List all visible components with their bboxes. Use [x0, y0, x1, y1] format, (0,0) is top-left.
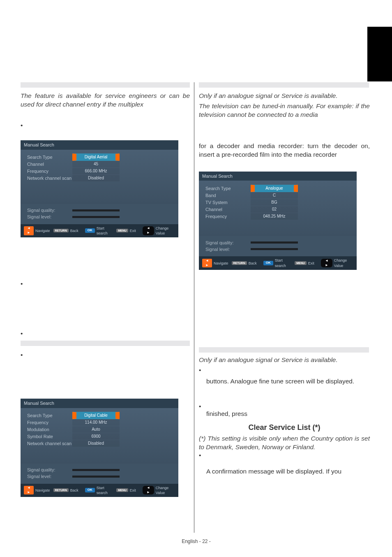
value: Digital Aerial [72, 153, 120, 161]
paragraph: A confirmation message will be displayed… [206, 467, 370, 476]
menu-icon: MENU [295, 261, 307, 265]
bullet [21, 330, 190, 338]
tv-title: Manual Search [21, 140, 178, 150]
value: Digital Cable [72, 412, 120, 419]
tv-title: Manual Search [21, 399, 178, 408]
label: Symbol Rate [27, 434, 72, 440]
menu-icon: MENU [116, 488, 128, 492]
tv-footer: ◄ ►Navigate RETURNBack OKStart search ME… [199, 256, 357, 269]
start-label: Start search [275, 258, 291, 268]
bullet [21, 351, 190, 360]
paragraph: finished, press [206, 410, 370, 418]
signal-level-bar [72, 216, 120, 218]
back-label: Back [70, 488, 78, 493]
label: Modulation [27, 427, 72, 433]
value: 6900 [72, 433, 120, 440]
paragraph: for a decoder and media recorder: turn t… [199, 142, 370, 159]
lr-icon: ◄ ► [143, 226, 154, 235]
bullet [199, 402, 370, 411]
signal-level-bar [251, 248, 298, 250]
value: Disabled [72, 175, 120, 181]
page-number: English - 22 - [21, 538, 372, 545]
nav-label: Navigate [35, 488, 50, 493]
right-column: Only if an analogue signal or Service is… [199, 82, 370, 476]
label: Frequency [27, 420, 72, 426]
heading-clear-service: Clear Service List (*) [199, 422, 370, 432]
start-label: Start search [97, 226, 113, 236]
ok-icon: OK [85, 228, 95, 233]
ok-icon: OK [263, 261, 273, 265]
bullet [199, 366, 370, 375]
bullet [21, 121, 190, 130]
signal-quality-bar [72, 209, 120, 211]
nav-icon: ◄ ► [24, 226, 34, 235]
back-icon: RETURN [232, 261, 247, 265]
tv-body: Search TypeAnalogue BandC TV SystemBG Ch… [199, 181, 357, 236]
exit-label: Exit [308, 261, 314, 266]
label: Frequency [205, 214, 251, 220]
value: Auto [72, 426, 120, 433]
label: Network channel scan [27, 441, 72, 447]
note-text: Only if an analogue signal or Service is… [199, 356, 370, 364]
label: Search Type [27, 154, 72, 160]
back-label: Back [249, 261, 257, 266]
tv-title: Manual Search [199, 172, 357, 181]
change-label: Change Value [156, 485, 175, 495]
tv-footer: ◄ ►Navigate RETURNBack OKStart search ME… [21, 484, 178, 497]
label: Channel [205, 207, 251, 213]
nav-icon: ◄ ► [24, 486, 34, 495]
exit-label: Exit [130, 228, 136, 233]
label: Search Type [27, 413, 72, 419]
label: Frequency [27, 168, 72, 174]
value: 45 [72, 161, 120, 167]
section-bar [199, 82, 369, 88]
paragraph: The television can be tuned-in manually.… [199, 102, 370, 119]
tv-body: Search TypeDigital Aerial Channel45 Freq… [21, 150, 178, 204]
value: 02 [251, 206, 298, 213]
section-bar [21, 82, 190, 88]
signal-quality-bar [251, 241, 298, 244]
label: Channel [27, 161, 72, 167]
left-column: The feature is available for service eng… [21, 82, 190, 500]
sig-q-label: Signal quality: [27, 207, 72, 214]
label: Band [205, 193, 251, 199]
value: 114.00 MHz [72, 419, 120, 426]
note-text: (*) This setting is visible only when th… [199, 434, 370, 452]
tv-screenshot-aerial: Manual Search Search TypeDigital Aerial … [21, 140, 178, 237]
lr-icon: ◄ ► [321, 259, 332, 268]
tv-footer: ◄ ►Navigate RETURNBack OKStart search ME… [21, 224, 178, 237]
label: Network channel scan [27, 175, 72, 181]
side-tab [367, 27, 392, 81]
note-text: The feature is available for service eng… [21, 92, 190, 109]
lr-icon: ◄ ► [143, 486, 154, 495]
exit-label: Exit [130, 488, 136, 493]
value: 048.25 MHz [251, 213, 298, 220]
sig-q-label: Signal quality: [205, 240, 251, 246]
back-icon: RETURN [53, 229, 69, 232]
bullet [21, 280, 190, 288]
bullet [199, 451, 370, 460]
sig-q-label: Signal quality: [27, 467, 72, 473]
ok-icon: OK [85, 488, 95, 492]
nav-icon: ◄ ► [202, 259, 212, 268]
value: C [251, 192, 298, 199]
sig-l-label: Signal level: [205, 246, 251, 253]
label: TV System [205, 200, 251, 206]
nav-label: Navigate [35, 228, 50, 233]
signal-level-bar [72, 476, 120, 478]
sig-l-label: Signal level: [27, 214, 72, 220]
paragraph: buttons. Analogue fine tune screen will … [206, 377, 370, 386]
start-label: Start search [97, 485, 113, 495]
nav-label: Navigate [214, 261, 228, 266]
tv-body: Search TypeDigital Cable Frequency114.00… [21, 408, 178, 464]
tv-screenshot-cable: Manual Search Search TypeDigital Cable F… [21, 399, 178, 497]
back-label: Back [70, 228, 78, 233]
tv-screenshot-analogue: Manual Search Search TypeAnalogue BandC … [199, 172, 357, 270]
section-bar [21, 341, 190, 346]
section-bar [199, 347, 369, 353]
value: BG [251, 199, 298, 206]
change-label: Change Value [156, 226, 175, 236]
signal-quality-bar [72, 469, 120, 471]
value: Disabled [72, 440, 120, 447]
value: 666.00 MHz [72, 168, 120, 174]
